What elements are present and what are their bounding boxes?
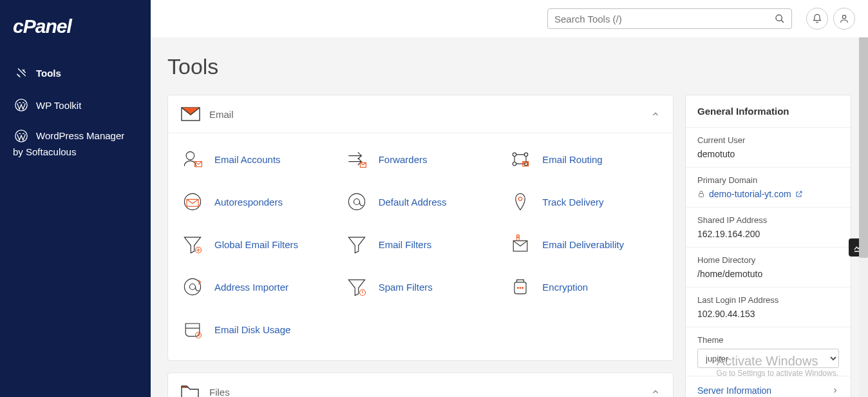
- tool-item[interactable]: Email Routing: [509, 141, 660, 177]
- external-link-icon: [795, 190, 803, 198]
- tool-item[interactable]: Encryption: [509, 269, 660, 305]
- topbar: [151, 0, 868, 37]
- primary-domain-link[interactable]: demo-tutorial-yt.com: [697, 189, 839, 199]
- tool-label: Address Importer: [214, 282, 288, 293]
- scrollbar-thumb[interactable]: [859, 0, 868, 258]
- info-label: Last Login IP Address: [697, 295, 839, 305]
- nav-sublabel: by Softaculous: [13, 144, 138, 160]
- tool-item[interactable]: Default Address: [345, 184, 496, 220]
- svg-point-16: [354, 199, 359, 205]
- svg-point-27: [522, 287, 524, 289]
- tool-icon: [509, 233, 532, 256]
- info-value: /home/demotuto: [697, 269, 839, 279]
- domain-text: demo-tutorial-yt.com: [709, 189, 791, 199]
- svg-point-10: [513, 162, 516, 166]
- info-current-user: Current User demotuto: [686, 128, 851, 168]
- server-information-link[interactable]: Server Information: [686, 376, 851, 397]
- tool-label: Email Filters: [379, 239, 432, 250]
- server-info-label: Server Information: [697, 385, 771, 396]
- tool-item[interactable]: Spam Filters: [345, 269, 496, 305]
- nav-label: WordPress Manager: [36, 128, 124, 144]
- tool-icon: [181, 233, 204, 256]
- wordpress-icon: [13, 97, 30, 113]
- info-value: 162.19.164.200: [697, 229, 839, 239]
- tool-item[interactable]: Autoresponders: [181, 184, 332, 220]
- svg-point-5: [186, 151, 194, 160]
- tool-label: Track Delivery: [542, 197, 603, 208]
- svg-rect-29: [699, 194, 704, 197]
- svg-point-21: [184, 278, 200, 295]
- chevron-up-icon[interactable]: [651, 387, 660, 396]
- notifications-button[interactable]: [806, 8, 828, 30]
- logo-text: cPanel: [13, 15, 71, 37]
- tool-icon: [345, 233, 368, 256]
- info-theme: Theme jupiter: [686, 327, 851, 376]
- info-primary-domain: Primary Domain demo-tutorial-yt.com: [686, 168, 851, 208]
- tool-item[interactable]: Email Accounts: [181, 141, 332, 177]
- folder-icon: [181, 385, 200, 397]
- tool-label: Forwarders: [379, 154, 428, 165]
- svg-point-9: [525, 153, 528, 156]
- scrollbar[interactable]: [859, 0, 868, 397]
- email-panel: Email Email AccountsForwardersEmail Rout…: [167, 95, 674, 361]
- general-info-panel: General Information Current User demotut…: [685, 95, 851, 397]
- nav-tools[interactable]: Tools: [0, 57, 151, 89]
- user-button[interactable]: [833, 8, 855, 30]
- info-value: 102.90.44.153: [697, 309, 839, 319]
- tool-item[interactable]: Email Filters: [345, 226, 496, 262]
- svg-point-3: [842, 15, 845, 19]
- tool-label: Default Address: [379, 197, 447, 208]
- lock-icon: [697, 190, 705, 198]
- svg-point-15: [348, 193, 364, 209]
- tool-item[interactable]: Email Deliverability: [509, 226, 660, 262]
- sidebar: cPanel Tools WP Toolkit WordPress Manage…: [0, 0, 151, 397]
- tool-icon: [509, 190, 532, 213]
- tool-item[interactable]: Track Delivery: [509, 184, 660, 220]
- main-content: Tools Email Email AccountsForwardersEmai…: [151, 37, 868, 397]
- wordpress-icon: [13, 128, 30, 144]
- nav-wp-manager[interactable]: WordPress Manager by Softaculous: [0, 121, 151, 166]
- search-icon[interactable]: [775, 14, 785, 24]
- tool-label: Spam Filters: [379, 282, 433, 293]
- tool-item[interactable]: Forwarders: [345, 141, 496, 177]
- panel-title: Files: [209, 387, 651, 398]
- svg-point-25: [518, 287, 519, 289]
- info-title: General Information: [686, 95, 851, 128]
- tool-label: Encryption: [542, 282, 588, 293]
- chevron-right-icon: [831, 387, 839, 394]
- tool-item[interactable]: Address Importer: [181, 269, 332, 305]
- info-label: Current User: [697, 135, 839, 145]
- nav-label: WP Toolkit: [36, 100, 81, 111]
- tool-icon: [181, 190, 204, 213]
- svg-rect-20: [517, 235, 520, 238]
- info-label: Theme: [697, 335, 839, 345]
- tool-label: Autoresponders: [214, 197, 283, 208]
- svg-point-17: [519, 197, 522, 200]
- svg-point-22: [190, 284, 196, 290]
- tool-icon: [345, 275, 368, 298]
- tools-icon: [13, 64, 30, 81]
- chevron-up-icon[interactable]: [651, 110, 660, 119]
- files-panel: Files: [167, 373, 674, 397]
- theme-select[interactable]: jupiter: [697, 349, 839, 368]
- search-input[interactable]: [554, 14, 775, 24]
- tool-item[interactable]: Email Disk Usage: [181, 311, 332, 347]
- info-last-login: Last Login IP Address 102.90.44.153: [686, 287, 851, 327]
- tool-icon: [181, 275, 204, 298]
- info-label: Primary Domain: [697, 175, 839, 185]
- tool-label: Global Email Filters: [214, 239, 298, 250]
- svg-point-8: [513, 153, 516, 156]
- info-home-directory: Home Directory /home/demotuto: [686, 247, 851, 287]
- search-box[interactable]: [547, 8, 792, 29]
- email-icon: [181, 107, 200, 121]
- tool-icon: [509, 275, 532, 298]
- nav-label: Tools: [36, 68, 61, 79]
- email-panel-header[interactable]: Email: [168, 95, 673, 133]
- tool-item[interactable]: Global Email Filters: [181, 226, 332, 262]
- tool-icon: [181, 318, 204, 341]
- panel-title: Email: [209, 109, 651, 120]
- nav-wp-toolkit[interactable]: WP Toolkit: [0, 89, 151, 121]
- tool-icon: [509, 148, 532, 171]
- files-panel-header[interactable]: Files: [168, 373, 673, 397]
- cpanel-logo: cPanel: [0, 15, 151, 57]
